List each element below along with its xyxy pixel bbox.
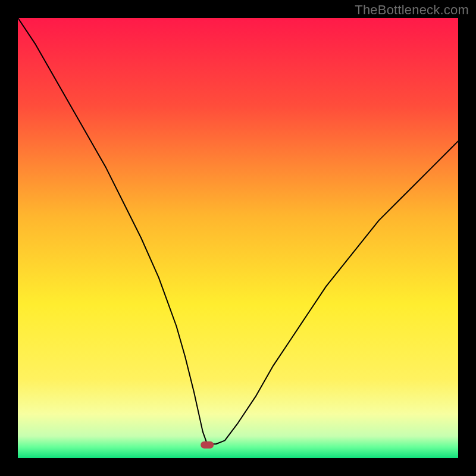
optimum-marker — [201, 441, 214, 449]
plot-area — [18, 18, 458, 458]
watermark-text: TheBottleneck.com — [355, 2, 469, 18]
chart-frame: TheBottleneck.com — [0, 0, 476, 476]
chart-svg — [18, 18, 458, 458]
gradient-background — [18, 18, 458, 458]
